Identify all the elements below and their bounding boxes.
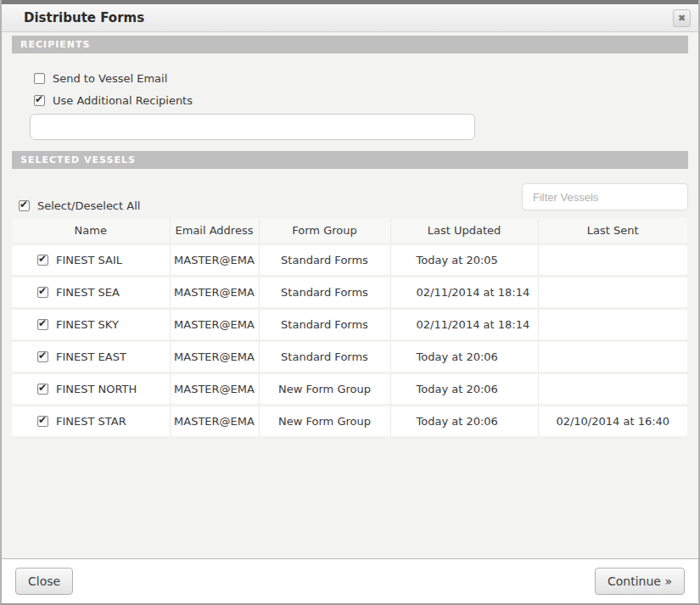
- table-row: ✔FINEST STARMASTER@EMANew Form GroupToda…: [12, 405, 687, 437]
- table-row: ✔FINEST EASTMASTER@EMAStandard FormsToda…: [12, 340, 687, 373]
- form-group-cell: Standard Forms: [259, 276, 390, 308]
- last-updated-cell: Today at 20:06: [390, 405, 538, 437]
- vessels-toolbar: ✔ Select/Deselect All: [12, 169, 688, 218]
- dialog-close-button[interactable]: ✖: [673, 9, 691, 27]
- row-checkbox[interactable]: ✔: [37, 287, 48, 298]
- send-to-vessel-email-label: Send to Vessel Email: [53, 72, 167, 85]
- last-updated-cell: 02/11/2014 at 18:14: [390, 276, 538, 308]
- checkmark-icon: ✔: [38, 414, 47, 426]
- last-updated-cell: Today at 20:06: [390, 373, 538, 405]
- vessel-name: FINEST EAST: [56, 350, 126, 363]
- table-header-row: NameEmail AddressForm GroupLast UpdatedL…: [12, 218, 687, 244]
- use-additional-recipients-option[interactable]: ✔ Use Additional Recipients: [34, 94, 688, 107]
- dialog-title: Distribute Forms: [2, 10, 144, 25]
- vessel-name-cell: ✔FINEST STAR: [12, 405, 170, 437]
- checkmark-icon: ✔: [38, 382, 47, 394]
- row-checkbox[interactable]: ✔: [37, 255, 48, 266]
- close-button[interactable]: Close: [15, 568, 73, 595]
- vessel-name: FINEST STAR: [56, 415, 126, 428]
- vessel-name-cell: ✔FINEST SEA: [12, 276, 170, 308]
- last-sent-cell: [538, 340, 687, 373]
- dialog-footer: Close Continue »: [2, 558, 698, 603]
- last-sent-cell: [538, 276, 687, 308]
- column-header: Email Address: [170, 218, 259, 244]
- table-row: ✔FINEST SKYMASTER@EMAStandard Forms02/11…: [12, 308, 687, 340]
- form-group-cell: New Form Group: [259, 405, 390, 437]
- use-additional-recipients-checkbox[interactable]: ✔: [34, 95, 45, 106]
- checkmark-icon: ✔: [38, 253, 47, 265]
- checkmark-icon: ✔: [38, 317, 47, 329]
- form-group-cell: Standard Forms: [259, 340, 390, 373]
- select-deselect-all-label: Select/Deselect All: [37, 199, 140, 212]
- column-header: Last Updated: [390, 218, 538, 244]
- last-sent-cell: [538, 373, 687, 405]
- table-row: ✔FINEST SAILMASTER@EMAStandard FormsToda…: [12, 244, 687, 276]
- last-updated-cell: 02/11/2014 at 18:14: [390, 308, 538, 340]
- dialog-body: RECIPIENTS Send to Vessel Email ✔ Use Ad…: [2, 32, 698, 558]
- dialog-titlebar: Distribute Forms ✖: [2, 4, 698, 32]
- vessel-name: FINEST SAIL: [56, 254, 122, 266]
- table-row: ✔FINEST SEAMASTER@EMAStandard Forms02/11…: [12, 276, 687, 308]
- table-body: ✔FINEST SAILMASTER@EMAStandard FormsToda…: [12, 244, 687, 437]
- send-to-vessel-email-checkbox[interactable]: [34, 73, 45, 84]
- vessel-name-cell: ✔FINEST NORTH: [12, 373, 170, 405]
- send-to-vessel-email-option[interactable]: Send to Vessel Email: [34, 72, 688, 85]
- email-cell: MASTER@EMA: [170, 340, 259, 373]
- email-cell: MASTER@EMA: [170, 308, 259, 340]
- checkmark-icon: ✔: [35, 93, 43, 105]
- last-sent-cell: [538, 308, 687, 340]
- last-sent-cell: 02/10/2014 at 16:40: [538, 405, 687, 437]
- last-sent-cell: [538, 244, 687, 276]
- row-checkbox[interactable]: ✔: [37, 416, 48, 427]
- form-group-cell: New Form Group: [259, 373, 390, 405]
- column-header: Name: [12, 218, 170, 244]
- select-deselect-all-checkbox[interactable]: ✔: [19, 200, 30, 211]
- checkmark-icon: ✔: [20, 199, 28, 210]
- table-row: ✔FINEST NORTHMASTER@EMANew Form GroupTod…: [12, 373, 687, 405]
- recipients-section-header: RECIPIENTS: [12, 36, 688, 53]
- last-updated-cell: Today at 20:06: [390, 340, 538, 373]
- additional-recipients-input[interactable]: [30, 114, 475, 140]
- close-icon: ✖: [678, 13, 686, 24]
- email-cell: MASTER@EMA: [170, 244, 259, 276]
- row-checkbox[interactable]: ✔: [37, 384, 48, 395]
- form-group-cell: Standard Forms: [259, 244, 390, 276]
- email-cell: MASTER@EMA: [170, 405, 259, 437]
- checkmark-icon: ✔: [38, 285, 47, 297]
- column-header: Last Sent: [538, 218, 687, 244]
- vessel-name-cell: ✔FINEST SKY: [12, 308, 170, 340]
- vessel-name-cell: ✔FINEST EAST: [12, 340, 170, 373]
- checkmark-icon: ✔: [38, 350, 47, 361]
- continue-button[interactable]: Continue »: [595, 568, 685, 595]
- vessel-name: FINEST SKY: [56, 318, 119, 331]
- distribute-forms-dialog: Distribute Forms ✖ RECIPIENTS Send to Ve…: [0, 0, 700, 605]
- row-checkbox[interactable]: ✔: [37, 319, 48, 330]
- email-cell: MASTER@EMA: [170, 276, 259, 308]
- row-checkbox[interactable]: ✔: [37, 351, 48, 362]
- column-header: Form Group: [259, 218, 390, 244]
- vessel-name: FINEST SEA: [56, 286, 120, 299]
- last-updated-cell: Today at 20:05: [390, 244, 538, 276]
- filter-vessels-input[interactable]: [522, 183, 688, 210]
- select-deselect-all-option[interactable]: ✔ Select/Deselect All: [19, 199, 140, 212]
- use-additional-recipients-label: Use Additional Recipients: [53, 94, 193, 107]
- selected-vessels-section-header: SELECTED VESSELS: [12, 151, 688, 169]
- vessel-name: FINEST NORTH: [56, 383, 137, 395]
- form-group-cell: Standard Forms: [259, 308, 390, 340]
- vessel-name-cell: ✔FINEST SAIL: [12, 244, 170, 276]
- vessels-table: NameEmail AddressForm GroupLast UpdatedL…: [12, 218, 687, 439]
- email-cell: MASTER@EMA: [170, 373, 259, 405]
